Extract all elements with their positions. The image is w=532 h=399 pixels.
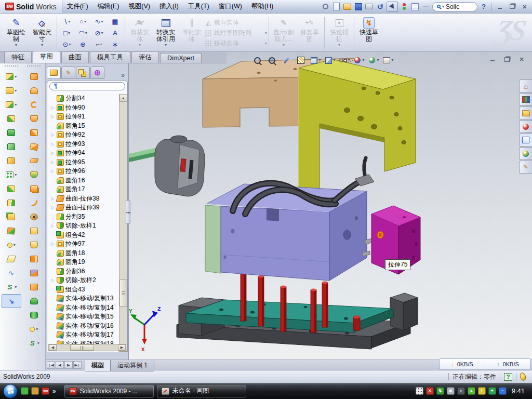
untrim-surface-tool[interactable]: ▾ — [24, 238, 44, 252]
tray-keyboard-icon[interactable] — [416, 387, 423, 395]
sprue-bushing-part[interactable] — [155, 136, 205, 196]
menu-item[interactable]: 编辑(E) — [93, 0, 124, 13]
chamfer-tool[interactable]: ▾ — [2, 112, 21, 126]
h-scrollbar-thumb[interactable] — [70, 344, 94, 351]
scroll-right-button[interactable]: ▶ — [118, 344, 126, 351]
quick-launch-solidworks[interactable]: SW — [42, 387, 49, 395]
point-tool[interactable]: ∗▾ — [107, 39, 123, 50]
display-style-button[interactable]: ▾ — [323, 54, 337, 66]
document-tab[interactable]: 运动算例 1 — [111, 360, 154, 371]
custom-properties-tab[interactable] — [519, 161, 532, 174]
next-tab-button[interactable]: ▶ — [64, 361, 73, 369]
quick-launch-messenger[interactable] — [21, 387, 29, 395]
quick-launch-app[interactable] — [31, 387, 39, 395]
menu-item[interactable]: 帮助(H) — [247, 0, 278, 13]
feature-tree-item[interactable]: 切除-放样1 — [48, 221, 119, 231]
extruded-boss-tool[interactable]: ▾ — [2, 70, 21, 84]
feature-tree-item[interactable]: 曲面-拉伸38 — [48, 194, 119, 204]
edit-appearance-button[interactable]: ▾ — [352, 54, 366, 66]
tree-expander[interactable] — [50, 151, 55, 155]
curve-tool[interactable]: ▾ — [2, 266, 21, 280]
feature-tree-item[interactable]: 实体-移动/复制16 — [48, 322, 119, 331]
manager-tabs-overflow[interactable]: » — [121, 72, 128, 79]
document-tab[interactable]: 模型 — [85, 360, 111, 371]
file-explorer-tab[interactable] — [519, 107, 532, 119]
circle-tool[interactable]: ○▾ — [75, 16, 91, 28]
solidworks-search-tab[interactable] — [519, 120, 532, 133]
extend-surface-tool[interactable]: ▾ — [24, 252, 44, 266]
feature-tree-item[interactable]: 拉伸97 — [48, 240, 119, 249]
feature-tree-item[interactable]: 分割36 — [48, 267, 119, 276]
scroll-up-button[interactable]: ▲ — [119, 94, 127, 102]
shell-tool[interactable]: ▾ — [2, 126, 21, 140]
draft-tool[interactable]: ▾ — [2, 154, 21, 168]
menu-item[interactable]: 视图(V) — [124, 0, 155, 13]
tree-expander[interactable] — [50, 160, 55, 165]
prev-tab-button[interactable]: ◀ — [56, 361, 64, 369]
property-manager-tab[interactable] — [61, 66, 75, 79]
quick-tips-help-icon[interactable]: ? — [504, 373, 512, 381]
trim-entities-button[interactable]: 剪裁实体▾ — [127, 15, 153, 51]
right-rail-block[interactable] — [390, 293, 418, 330]
smart-dimension-button[interactable]: 智能尺寸▾ — [29, 15, 55, 51]
cylinder-tool[interactable]: ▾ — [24, 308, 44, 322]
search-input[interactable] — [446, 3, 473, 10]
tray-certificate-icon[interactable]: ∗ — [447, 387, 455, 395]
scrollbar-thumb[interactable] — [119, 280, 127, 307]
extruded-surface-tool[interactable]: ▾ — [24, 98, 44, 112]
hide-show-items-button[interactable]: ▾ — [338, 54, 351, 66]
help-button[interactable]: ? — [479, 2, 488, 11]
display-delete-relations-button[interactable]: 显示/删除几...▾ — [271, 15, 297, 51]
knit-surface-tool[interactable]: ▾ — [24, 182, 44, 196]
solidworks-resources-tab[interactable] — [519, 79, 532, 92]
feature-tree-item[interactable]: 拉伸93 — [48, 140, 119, 149]
injection-nozzle-rod[interactable] — [129, 148, 159, 162]
tree-expander[interactable] — [50, 242, 55, 246]
fillet-tool[interactable]: ▾ — [2, 98, 21, 112]
first-tab-button[interactable]: ❘◀ — [47, 361, 55, 369]
move-entities-button[interactable]: 移动实体 ▾ — [205, 39, 267, 48]
command-tab[interactable]: 特征 — [4, 51, 32, 63]
view-orientation-button[interactable]: ▾ — [309, 54, 322, 66]
tree-expander[interactable] — [50, 169, 55, 174]
tree-expander[interactable] — [50, 278, 55, 283]
menu-item[interactable]: 工具(T) — [183, 0, 214, 13]
open-button[interactable] — [343, 2, 352, 11]
tray-updater-icon[interactable]: ▲ — [468, 387, 475, 395]
tree-expander[interactable] — [50, 105, 55, 110]
helix-tool[interactable]: ▾ — [2, 280, 21, 294]
mirror-entities-button[interactable]: 镜向实体 ▾ — [205, 18, 267, 27]
ruled-surface-tool[interactable]: ▾ — [24, 84, 44, 98]
tag-icon[interactable] — [519, 372, 527, 382]
feature-tree-item[interactable]: 实体-移动/复制14 — [48, 303, 119, 313]
sketch-text-tool[interactable]: A▾ — [107, 28, 123, 39]
command-tab[interactable]: 模具工具 — [90, 51, 130, 63]
quick-snaps-button[interactable]: 快速捕捉▾ — [326, 15, 352, 51]
offset-entities-button[interactable]: 等距实体 — [179, 15, 205, 51]
feature-tree-item[interactable]: 拉伸96 — [48, 167, 119, 176]
tree-expander[interactable] — [50, 132, 55, 137]
replace-face-tool[interactable]: ▾ — [24, 224, 44, 238]
feature-tree-item[interactable]: 圆角16 — [48, 176, 119, 185]
offset-surface-tool[interactable]: ▾ — [24, 140, 44, 154]
toolbar-overflow-icon[interactable]: ⋯ — [421, 2, 431, 11]
pin-icon[interactable] — [321, 2, 330, 11]
ellipse-tool[interactable]: ⊘▾ — [91, 28, 107, 39]
quick-launch-overflow[interactable]: » — [52, 388, 56, 395]
feature-tree-item[interactable]: 拉伸91 — [48, 112, 119, 122]
feature-tree-item[interactable]: 拉伸90 — [48, 103, 119, 113]
rebuild-traffic-light-icon[interactable] — [400, 2, 409, 11]
section-view-button[interactable]: ▾ — [294, 54, 308, 66]
view-settings-button[interactable]: ▾ — [381, 54, 395, 66]
feature-tree-item[interactable]: 切除-放样2 — [48, 276, 119, 285]
command-tab[interactable]: 曲面 — [61, 51, 89, 63]
insert-into-new-part-tool[interactable]: ▾ — [2, 294, 21, 308]
rectangle-tool[interactable]: □▾ — [59, 28, 75, 39]
feature-tree-item[interactable]: 分割35 — [48, 212, 119, 222]
linear-sketch-pattern-button[interactable]: 线性草图阵列 ▾ — [205, 29, 267, 37]
select-button[interactable] — [387, 2, 398, 12]
sketch-fillet-tool[interactable]: ⌐▾ — [91, 39, 107, 50]
configuration-manager-tab[interactable] — [76, 66, 90, 79]
command-tab[interactable]: 草图 — [33, 51, 60, 63]
line-tool[interactable]: ∖▾ — [59, 16, 75, 28]
